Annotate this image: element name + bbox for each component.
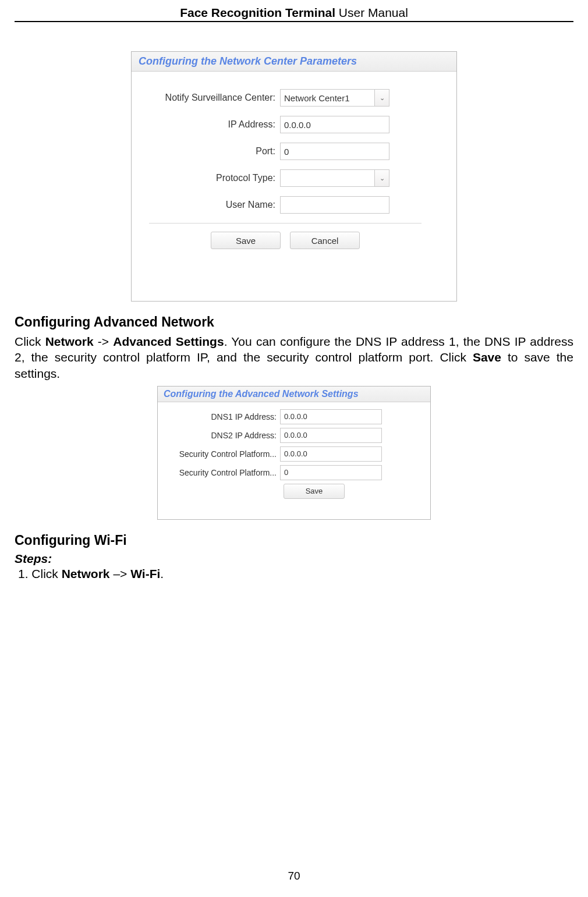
save-button[interactable]: Save (211, 232, 281, 249)
text: -> (94, 335, 114, 348)
ip-input[interactable] (280, 116, 389, 133)
dns1-input[interactable] (280, 409, 382, 424)
header-title-bold: Face Recognition Terminal (180, 6, 335, 19)
text: 1. Click (18, 567, 62, 580)
port-row: Port: (132, 143, 439, 160)
network-center-panel-title: Configuring the Network Center Parameter… (132, 52, 456, 72)
username-row: User Name: (132, 196, 439, 214)
advanced-network-heading: Configuring Advanced Network (15, 314, 573, 330)
manual-page: Face Recognition Terminal User Manual Co… (0, 0, 588, 897)
advanced-settings-panel-title: Configuring the Advanced Network Setting… (158, 387, 430, 402)
scp-ip-label: Security Control Platform... (158, 449, 280, 459)
scp-ip-row: Security Control Platform... (158, 446, 414, 462)
protocol-label: Protocol Type: (132, 173, 280, 183)
page-number: 70 (0, 870, 588, 882)
ip-row: IP Address: (132, 116, 439, 133)
port-input[interactable] (280, 143, 389, 160)
bold-text: Wi-Fi (130, 567, 160, 580)
bold-text: Save (473, 350, 501, 364)
dns1-label: DNS1 IP Address: (158, 412, 280, 421)
username-input[interactable] (280, 196, 389, 214)
advanced-settings-form: DNS1 IP Address: DNS2 IP Address: Securi… (158, 402, 430, 499)
notify-select-value[interactable] (280, 89, 374, 107)
save-button[interactable]: Save (284, 484, 345, 499)
port-label: Port: (132, 146, 280, 157)
bold-text: Advanced Settings (113, 335, 224, 348)
ip-label: IP Address: (132, 119, 280, 130)
username-label: User Name: (132, 200, 280, 210)
dns2-row: DNS2 IP Address: (158, 428, 414, 443)
advanced-settings-panel: Configuring the Advanced Network Setting… (157, 386, 431, 520)
protocol-select-value[interactable] (280, 169, 374, 187)
network-center-form: Notify Surveillance Center: ⌄ IP Address… (132, 72, 456, 249)
network-center-panel: Configuring the Network Center Parameter… (131, 51, 457, 302)
page-header: Face Recognition Terminal User Manual (15, 6, 573, 22)
notify-label: Notify Surveillance Center: (132, 93, 280, 103)
dns2-label: DNS2 IP Address: (158, 431, 280, 440)
chevron-down-icon[interactable]: ⌄ (374, 169, 389, 187)
divider (149, 223, 421, 224)
scp-port-label: Security Control Platform... (158, 468, 280, 477)
panel1-button-row: Save Cancel (132, 232, 439, 249)
scp-ip-input[interactable] (280, 446, 382, 462)
advanced-network-paragraph: Click Network -> Advanced Settings. You … (15, 334, 573, 381)
text: Click (15, 335, 45, 348)
dns1-row: DNS1 IP Address: (158, 409, 414, 424)
wifi-heading: Configuring Wi-Fi (15, 533, 573, 548)
steps-label: Steps: (15, 552, 573, 566)
bold-text: Network (45, 335, 94, 348)
text: . (160, 567, 164, 580)
scp-port-input[interactable] (280, 465, 382, 480)
step-1: 1. Click Network –> Wi-Fi. (18, 567, 573, 581)
protocol-row: Protocol Type: ⌄ (132, 169, 439, 187)
chevron-down-icon[interactable]: ⌄ (374, 89, 389, 107)
protocol-select[interactable]: ⌄ (280, 169, 389, 187)
dns2-input[interactable] (280, 428, 382, 443)
scp-port-row: Security Control Platform... (158, 465, 414, 480)
text: –> (110, 567, 131, 580)
notify-row: Notify Surveillance Center: ⌄ (132, 89, 439, 107)
bold-text: Network (62, 567, 110, 580)
cancel-button[interactable]: Cancel (290, 232, 360, 249)
notify-select[interactable]: ⌄ (280, 89, 389, 107)
header-title-rest: User Manual (335, 6, 408, 19)
